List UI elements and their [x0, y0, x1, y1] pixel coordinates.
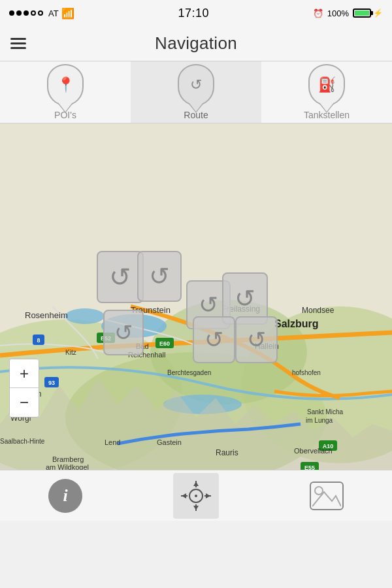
svg-text:93: 93 — [48, 380, 55, 386]
zoom-out-button[interactable]: − — [10, 388, 39, 417]
mountain-icon — [312, 484, 341, 508]
tab-bar: 📍 POI's ↺ Route ⛽ Tankstellen — [0, 61, 392, 123]
gallery-icon — [310, 482, 344, 510]
bottom-bar: i — [0, 470, 392, 521]
svg-text:E52: E52 — [101, 335, 111, 342]
svg-text:hofshofen: hofshofen — [292, 369, 321, 376]
dot-1 — [9, 10, 14, 16]
hamburger-line-1 — [10, 38, 26, 40]
svg-text:E60: E60 — [159, 340, 170, 347]
svg-text:Lend: Lend — [105, 438, 120, 446]
info-icon: i — [48, 479, 82, 513]
hamburger-line-3 — [10, 47, 26, 49]
center-button[interactable] — [173, 473, 219, 519]
crosshair-icon — [181, 481, 211, 511]
svg-text:Saalbach-Hinte: Saalbach-Hinte — [0, 438, 45, 445]
page-title: Navigation — [155, 33, 237, 54]
status-left: AT 📶 — [9, 7, 74, 20]
tankstellen-pin-icon: ⛽ — [308, 64, 345, 106]
battery-pct: 100% — [327, 8, 349, 18]
zoom-controls: + − — [9, 359, 39, 417]
dot-4 — [31, 10, 36, 16]
map-area[interactable]: 93 E52 E60 E55 A10 8 Rosenheim Traunstei… — [0, 123, 392, 470]
hamburger-line-2 — [10, 42, 26, 44]
poi-icon-symbol: 📍 — [57, 76, 74, 93]
svg-text:Rauris: Rauris — [216, 448, 238, 457]
info-label: i — [63, 486, 67, 506]
gallery-button[interactable] — [304, 473, 350, 519]
svg-text:am Wildkogel: am Wildkogel — [46, 463, 89, 470]
svg-text:Traunstein: Traunstein — [131, 305, 171, 315]
svg-text:Bad: Bad — [136, 342, 149, 350]
svg-text:Berchtesgaden: Berchtesgaden — [167, 369, 211, 376]
tab-pois[interactable]: 📍 POI's — [0, 61, 131, 123]
fuel-icon-symbol: ⛽ — [318, 76, 336, 93]
menu-button[interactable] — [10, 38, 26, 49]
carrier-label: AT — [48, 8, 59, 18]
wifi-icon: 📶 — [61, 7, 74, 20]
zoom-in-button[interactable]: + — [10, 359, 39, 388]
svg-text:im Lunga: im Lunga — [306, 417, 333, 424]
svg-marker-51 — [206, 493, 210, 498]
svg-point-53 — [315, 487, 323, 495]
map-background: 93 E52 E60 E55 A10 8 Rosenheim Traunstei… — [0, 123, 392, 470]
svg-text:E55: E55 — [304, 465, 315, 470]
battery-indicator: ⚡ — [353, 8, 383, 18]
header: Navigation — [0, 26, 392, 61]
svg-text:Rosenheim: Rosenheim — [25, 310, 68, 320]
svg-text:Hallein: Hallein — [255, 342, 279, 351]
svg-point-43 — [195, 495, 197, 497]
svg-marker-50 — [182, 493, 186, 498]
dot-2 — [16, 10, 22, 16]
tab-route[interactable]: ↺ Route — [131, 61, 261, 123]
svg-point-7 — [65, 308, 105, 324]
svg-marker-49 — [193, 506, 199, 510]
svg-text:Kitz: Kitz — [65, 349, 76, 356]
status-right: ⏰ 100% ⚡ — [313, 8, 383, 18]
bolt-icon: ⚡ — [373, 8, 383, 18]
status-time: 17:10 — [178, 7, 209, 20]
dot-3 — [24, 10, 29, 16]
battery-fill — [355, 10, 369, 16]
svg-text:Salzburg: Salzburg — [274, 318, 319, 329]
tab-tankstellen[interactable]: ⛽ Tankstellen — [261, 61, 392, 123]
info-button[interactable]: i — [42, 473, 88, 519]
dot-5 — [38, 10, 43, 16]
route-pin-icon: ↺ — [178, 64, 214, 106]
svg-text:Freilassing: Freilassing — [222, 304, 260, 314]
status-bar: AT 📶 17:10 ⏰ 100% ⚡ — [0, 0, 392, 26]
svg-text:8: 8 — [37, 337, 40, 344]
alarm-icon: ⏰ — [313, 8, 323, 18]
svg-text:Bramberg: Bramberg — [52, 455, 84, 463]
svg-text:Obervellach: Obervellach — [294, 447, 333, 455]
battery-icon — [353, 8, 371, 18]
svg-text:Mondsee: Mondsee — [302, 306, 335, 315]
svg-text:Gastein: Gastein — [157, 438, 182, 446]
poi-pin-icon: 📍 — [47, 64, 84, 106]
route-icon-symbol: ↺ — [190, 76, 202, 93]
signal-dots — [9, 10, 43, 16]
svg-text:Reichenhall: Reichenhall — [128, 351, 165, 359]
svg-text:Sankt Micha: Sankt Micha — [307, 408, 343, 416]
svg-marker-48 — [193, 482, 199, 486]
